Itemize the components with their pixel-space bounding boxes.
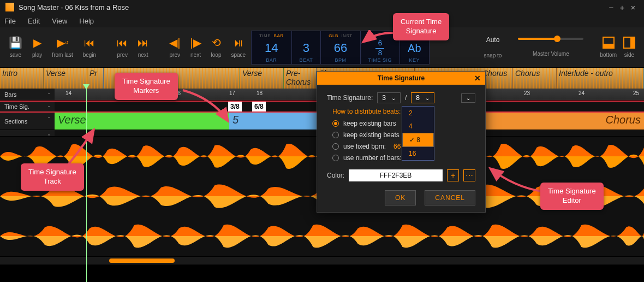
menu-edit[interactable]: Edit [28,17,40,25]
time-signature-dialog: Time Signature ✕ Time Signature: 3⌄ / 8⌄… [317,71,486,213]
callout-current-ts: Current Time Signature [393,13,449,40]
chevron-down-icon[interactable]: ⌄ [47,131,51,137]
snap-control[interactable]: Auto snap to [484,36,502,58]
close-button[interactable]: × [628,3,639,12]
menu-file[interactable]: File [4,17,16,25]
bar-number: 23 [524,90,530,96]
skip-start-icon: ⏮ [84,37,95,49]
radio-icon [332,120,339,127]
title-bar: Song Master - 06 Kiss from a Rose − + × [0,0,644,14]
callout-ts-markers: Time Signature Markers [115,73,178,100]
bar-readout: TIME BAR 14 BAR [252,31,292,64]
prev-button[interactable]: ⏮prev [117,37,128,58]
maximize-button[interactable]: + [617,3,628,12]
dropdown-option[interactable]: 16 [402,147,434,160]
next2-button[interactable]: |▶next [190,37,201,58]
more-color-button[interactable]: ⋯ [463,169,475,181]
horizontal-scrollbar[interactable] [0,257,644,265]
timesig-marker[interactable]: 6/8 [252,102,266,111]
minimize-button[interactable]: − [606,3,617,12]
toolbar: 💾save ▶play ▶↺from last ⏮begin ⏮prev ⏭ne… [0,27,644,68]
panel-bottom-icon [603,37,615,49]
play-button[interactable]: ▶play [32,37,42,58]
bar-number: 14 [65,90,71,96]
numerator-select[interactable]: 3⌄ [377,92,401,103]
bars-label: Bars⌄ [0,89,55,100]
overview-segment[interactable]: Verse [240,68,284,89]
volume-slider[interactable] [518,38,583,40]
chevron-down-icon[interactable]: ⌄ [47,103,51,108]
bpm-readout: GLB INST 66 BPM [321,31,360,64]
color-label: Color: [327,172,344,179]
chevron-down-icon[interactable]: ⌄ [47,114,51,119]
playhead[interactable] [86,89,87,282]
overview-segment[interactable]: Intro [0,68,44,89]
play-from-icon: ▶↺ [57,37,69,49]
extra-select[interactable]: ⌄ [461,93,475,103]
next-bar-icon: |▶ [190,37,201,49]
chevron-down-icon: ⌄ [391,95,396,101]
prev-icon: ⏮ [117,37,128,49]
loop-button[interactable]: ⟲loop [211,37,222,58]
app-logo-icon [5,3,14,11]
sections-label: Sections⌄ [0,113,55,130]
denominator-dropdown[interactable]: 24✓ 816 [402,106,434,161]
menu-bar: File Edit View Help [0,14,644,27]
panel-side-icon [623,37,635,49]
radio-icon [332,155,339,161]
timesig-label: Time Sig.⌄ [0,102,55,111]
prev-bar-icon: ◀| [169,37,180,49]
next-button[interactable]: ⏭next [138,37,148,58]
overview-segment[interactable]: Verse [44,68,87,89]
begin-button[interactable]: ⏮begin [83,37,96,58]
play-icon: ▶ [33,37,41,49]
save-icon: 💾 [9,37,22,49]
ts-label: Time Signature: [327,94,373,102]
prev2-button[interactable]: ◀|prev [169,37,180,58]
add-color-button[interactable]: + [447,169,459,181]
bar-number: 25 [633,90,639,96]
ok-button[interactable]: OK [385,190,416,205]
dropdown-option[interactable]: ✓ 8 [402,133,434,147]
overview-segment[interactable]: Pr [87,68,104,89]
callout-ts-track: Time Signature Track [21,163,84,191]
panel-side-button[interactable]: side [623,37,635,58]
radio-icon [332,132,339,138]
chevron-down-icon: ⌄ [466,95,470,101]
space-icon: ⏯ [233,37,244,49]
section-chorus[interactable]: Chorus [486,113,644,130]
overview-segment[interactable]: Interlude - outro [557,68,644,89]
scroll-thumb[interactable] [109,258,175,263]
close-icon[interactable]: ✕ [474,74,481,83]
overview-segment[interactable]: Pre-Chorus [284,68,317,89]
dropdown-option[interactable]: 4 [402,120,434,133]
dropdown-option[interactable]: 2 [402,107,434,120]
chevron-down-icon: ⌄ [425,95,430,101]
master-volume: Master Volume [518,38,583,57]
radio-icon [332,143,339,150]
color-input[interactable]: FFF2F3EB [349,169,443,181]
panel-bottom-button[interactable]: bottom [600,37,617,58]
loop-icon: ⟲ [212,37,221,49]
bar-number: 18 [257,90,263,96]
window-title: Song Master - 06 Kiss from a Rose [19,3,606,11]
fromlast-button[interactable]: ▶↺from last [52,37,73,58]
cancel-button[interactable]: CANCEL [425,190,475,205]
space-button[interactable]: ⏯space [231,37,246,58]
overview-segment[interactable]: Chorus [513,68,557,89]
save-button[interactable]: 💾save [9,37,22,58]
next-icon: ⏭ [138,37,148,49]
chevron-down-icon[interactable]: ⌄ [47,90,51,95]
bar-number: 24 [579,90,585,96]
beat-readout: 3 BEAT [292,31,321,64]
denominator-select[interactable]: 8⌄ [411,92,434,103]
menu-help[interactable]: Help [79,17,94,25]
dialog-header[interactable]: Time Signature ✕ [317,72,485,85]
menu-view[interactable]: View [52,17,67,25]
callout-ts-editor: Time Signature Editor [540,183,604,210]
